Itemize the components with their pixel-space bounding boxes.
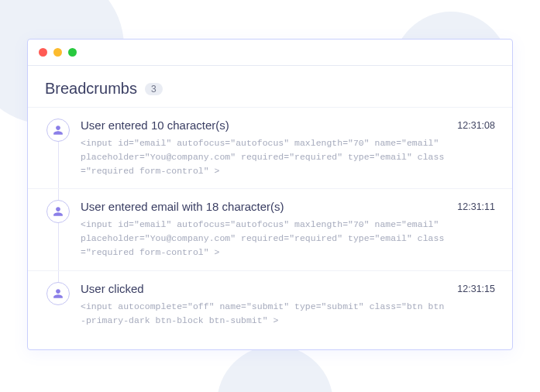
user-icon xyxy=(46,282,70,305)
breadcrumb-action: User entered 10 character(s) xyxy=(81,119,446,132)
breadcrumb-item: User entered email with 18 character(s) … xyxy=(28,188,512,270)
decorative-circle xyxy=(217,346,333,392)
titlebar xyxy=(28,40,512,66)
maximize-icon[interactable] xyxy=(68,48,77,57)
timeline xyxy=(45,119,81,177)
minimize-icon[interactable] xyxy=(53,48,62,57)
window: Breadcrumbs 3 User entered 10 character(… xyxy=(27,39,513,350)
page-title: Breadcrumbs xyxy=(45,80,137,98)
breadcrumb-timestamp: 12:31:08 xyxy=(457,119,495,177)
breadcrumb-item: User clicked <input autocomplete="off" n… xyxy=(28,270,512,339)
close-icon[interactable] xyxy=(39,48,47,57)
user-icon xyxy=(46,200,70,223)
breadcrumb-action: User clicked xyxy=(81,282,446,295)
breadcrumb-timestamp: 12:31:15 xyxy=(457,282,495,328)
breadcrumb-action: User entered email with 18 character(s) xyxy=(81,200,446,213)
header: Breadcrumbs 3 xyxy=(28,66,512,107)
breadcrumb-item: User entered 10 character(s) <input id="… xyxy=(28,107,512,188)
breadcrumb-detail: <input autocomplete="off" name="submit" … xyxy=(81,300,446,328)
breadcrumb-detail: <input id="email" autofocus="autofocus" … xyxy=(81,136,446,177)
breadcrumb-timestamp: 12:31:11 xyxy=(457,200,495,259)
breadcrumb-content: User entered 10 character(s) <input id="… xyxy=(81,119,457,177)
breadcrumb-detail: <input id="email" autofocus="autofocus" … xyxy=(81,218,446,259)
breadcrumb-list: User entered 10 character(s) <input id="… xyxy=(28,107,512,349)
count-badge: 3 xyxy=(145,83,163,95)
timeline xyxy=(45,282,81,328)
timeline xyxy=(45,200,81,259)
breadcrumb-content: User clicked <input autocomplete="off" n… xyxy=(81,282,457,328)
breadcrumb-content: User entered email with 18 character(s) … xyxy=(81,200,457,259)
user-icon xyxy=(46,119,70,142)
